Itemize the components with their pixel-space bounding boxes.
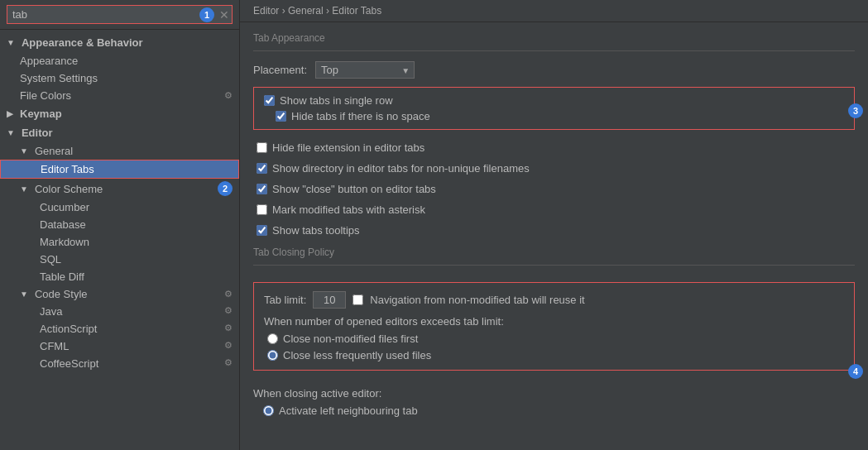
sidebar-section-label: Appearance & Behavior	[22, 36, 143, 49]
hide-file-extension-checkbox[interactable]	[257, 142, 267, 153]
editor-arrow-icon: ▼	[7, 128, 15, 137]
actionscript-icon: ⚙	[224, 323, 233, 335]
mark-modified-label: Mark modified tabs with asterisk	[272, 203, 425, 216]
checkbox-hide-file-extension: Hide file extension in editor tabs	[253, 140, 855, 156]
navigation-label: Navigation from non-modified tab will re…	[370, 294, 584, 306]
hide-tabs-no-space-checkbox[interactable]	[276, 111, 286, 122]
activate-left-radio[interactable]	[263, 405, 274, 416]
breadcrumb: Editor › General › Editor Tabs	[240, 0, 868, 22]
show-close-button-checkbox[interactable]	[257, 184, 267, 194]
close-policy-radio-group: Close non-modified files first Close les…	[267, 333, 844, 361]
search-clear-icon[interactable]: ✕	[219, 8, 229, 22]
expand-arrow-icon: ▼	[7, 38, 15, 47]
file-colors-icon: ⚙	[224, 90, 233, 101]
sidebar-item-coffeescript[interactable]: CoffeeScript⚙	[0, 355, 239, 372]
show-tabs-single-row-label: Show tabs in single row	[280, 94, 393, 107]
show-tabs-single-row-checkbox[interactable]	[264, 95, 275, 106]
sidebar-item-table-diff[interactable]: Table Diff	[0, 268, 239, 285]
tab-closing-section: Tab Closing Policy Tab limit: 10 Navigat…	[253, 247, 855, 371]
sidebar-color-scheme-label: Color Scheme	[35, 183, 103, 195]
sidebar-keymap-label: Keymap	[20, 108, 62, 120]
when-closing-section: When closing active editor: Activate lef…	[253, 387, 855, 417]
sidebar-item-file-colors[interactable]: File Colors ⚙	[0, 87, 239, 104]
tab-appearance-title: Tab Appearance	[253, 32, 855, 44]
close-less-frequent-radio[interactable]	[267, 350, 278, 361]
badge-3: 3	[848, 103, 863, 118]
sidebar-item-database[interactable]: Database	[0, 216, 239, 233]
checkbox-hide-tabs-no-space: Hide tabs if there is no space	[261, 108, 847, 124]
sidebar-item-actionscript[interactable]: ActionScript⚙	[0, 320, 239, 338]
sidebar-item-cfml[interactable]: CFML⚙	[0, 338, 239, 355]
sidebar-item-sql[interactable]: SQL	[0, 251, 239, 268]
tab-closing-title: Tab Closing Policy	[253, 247, 855, 258]
checkbox-mark-modified: Mark modified tabs with asterisk	[253, 202, 855, 218]
sidebar-editor-tabs-label: Editor Tabs	[41, 163, 94, 175]
mark-modified-checkbox[interactable]	[257, 204, 267, 215]
activate-left-label: Activate left neighbouring tab	[279, 405, 418, 417]
sidebar-item-appearance[interactable]: Appearance	[0, 52, 239, 69]
color-scheme-badge: 2	[218, 181, 233, 196]
checkbox-show-close-button: Show "close" button on editor tabs	[253, 181, 855, 197]
content-body: Tab Appearance Placement: Top Bottom Lef…	[240, 22, 868, 450]
color-scheme-arrow-icon: ▼	[20, 184, 28, 194]
hide-file-extension-label: Hide file extension in editor tabs	[272, 141, 424, 154]
content-area: Editor › General › Editor Tabs Tab Appea…	[240, 0, 868, 450]
sidebar-item-appearance-behavior[interactable]: ▼ Appearance & Behavior	[0, 33, 239, 52]
tab-limit-row: Tab limit: 10 Navigation from non-modifi…	[264, 291, 844, 309]
show-directory-checkbox[interactable]	[257, 163, 267, 174]
placement-select[interactable]: Top Bottom Left Right None	[315, 61, 415, 79]
sidebar-item-keymap[interactable]: ▶ Keymap	[0, 104, 239, 123]
sidebar-item-editor-tabs[interactable]: Editor Tabs	[0, 160, 239, 179]
radio-activate-left-tab: Activate left neighbouring tab	[253, 405, 855, 417]
navigation-checkbox[interactable]	[352, 294, 363, 305]
search-badge: 1	[199, 7, 214, 22]
sidebar-editor-label: Editor	[22, 127, 53, 139]
placement-label: Placement:	[253, 64, 307, 76]
checkbox-show-tabs-single-row: Show tabs in single row	[261, 93, 847, 108]
tab-limit-label: Tab limit:	[264, 294, 306, 306]
sidebar-item-system-settings[interactable]: System Settings	[0, 69, 239, 87]
show-directory-label: Show directory in editor tabs for non-un…	[272, 162, 530, 175]
checkbox-show-directory: Show directory in editor tabs for non-un…	[253, 160, 855, 176]
badge-4: 4	[848, 364, 863, 379]
close-non-modified-radio[interactable]	[267, 333, 278, 344]
sidebar-item-code-style[interactable]: ▼ Code Style ⚙	[0, 285, 239, 303]
tab-closing-box: Tab limit: 10 Navigation from non-modifi…	[253, 282, 855, 371]
sidebar-item-color-scheme[interactable]: ▼ Color Scheme 2	[0, 179, 239, 199]
tab-limit-input[interactable]: 10	[313, 291, 346, 309]
cfml-icon: ⚙	[224, 340, 233, 352]
checkbox-show-tooltips: Show tabs tooltips	[253, 223, 855, 238]
sidebar-general-label: General	[35, 145, 73, 157]
sidebar-code-style-label: Code Style	[35, 288, 88, 300]
code-style-icon: ⚙	[224, 289, 233, 299]
placement-select-wrapper: Top Bottom Left Right None ▼	[315, 61, 415, 79]
placement-row: Placement: Top Bottom Left Right None ▼	[253, 61, 855, 79]
when-closing-label: When closing active editor:	[253, 387, 855, 400]
highlighted-checkbox-group: Show tabs in single row Hide tabs if the…	[253, 87, 855, 130]
settings-tree: ▼ Appearance & Behavior Appearance Syste…	[0, 30, 239, 450]
radio-close-less-frequent: Close less frequently used files	[267, 349, 844, 361]
radio-close-non-modified: Close non-modified files first	[267, 333, 844, 345]
coffeescript-icon: ⚙	[224, 357, 233, 370]
code-style-arrow-icon: ▼	[20, 290, 28, 299]
close-less-frequent-label: Close less frequently used files	[283, 349, 431, 361]
close-non-modified-label: Close non-modified files first	[283, 333, 418, 345]
sidebar: tab 1 ✕ ▼ Appearance & Behavior Appearan…	[0, 0, 240, 450]
sidebar-item-editor[interactable]: ▼ Editor	[0, 123, 239, 142]
checkbox-group-appearance: Hide file extension in editor tabs Show …	[253, 140, 855, 238]
sidebar-item-java[interactable]: Java⚙	[0, 303, 239, 320]
breadcrumb-path: Editor › General › Editor Tabs	[253, 5, 381, 17]
sidebar-item-general[interactable]: ▼ General	[0, 142, 239, 160]
show-close-button-label: Show "close" button on editor tabs	[272, 183, 436, 195]
general-arrow-icon: ▼	[20, 146, 28, 156]
hide-tabs-no-space-label: Hide tabs if there is no space	[291, 110, 430, 122]
sidebar-item-cucumber[interactable]: Cucumber	[0, 199, 239, 216]
java-icon: ⚙	[224, 305, 233, 318]
sidebar-item-markdown[interactable]: Markdown	[0, 233, 239, 251]
show-tooltips-label: Show tabs tooltips	[272, 224, 360, 237]
show-tooltips-checkbox[interactable]	[257, 225, 267, 236]
when-exceeds-label: When number of opened editors exceeds ta…	[264, 315, 844, 328]
search-bar: tab 1 ✕	[0, 0, 239, 30]
keymap-arrow-icon: ▶	[7, 109, 13, 118]
